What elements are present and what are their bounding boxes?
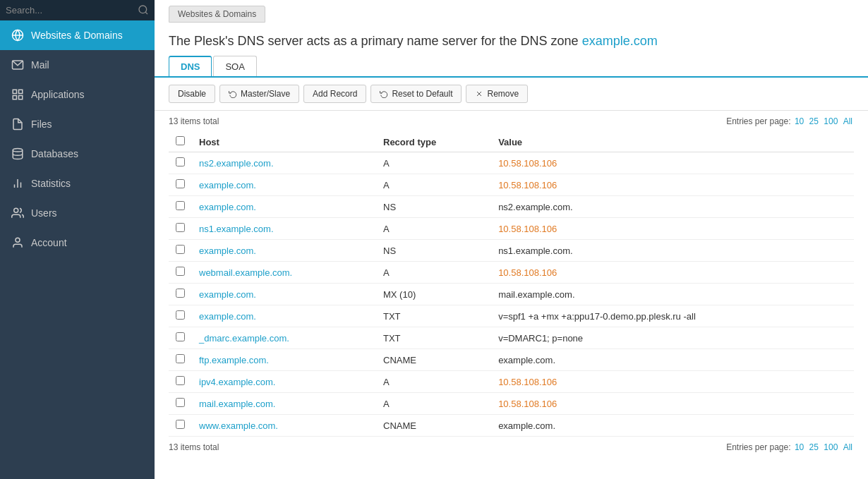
row-checkbox-11[interactable] <box>176 398 185 407</box>
entries-all[interactable]: All <box>843 116 852 126</box>
table-row: mail.example.com.A10.58.108.106 <box>169 393 854 415</box>
host-link[interactable]: ns2.example.com. <box>199 158 274 169</box>
sidebar-item-label: Files <box>31 119 52 130</box>
host-link[interactable]: webmail.example.com. <box>199 267 292 278</box>
table-row: www.example.com.CNAMEexample.com. <box>169 415 854 437</box>
entries-25[interactable]: 25 <box>809 116 819 126</box>
row-checkbox-8[interactable] <box>176 332 185 341</box>
record-type: A <box>376 262 491 284</box>
host-link[interactable]: example.com. <box>199 311 256 322</box>
table-row: ns1.example.com.A10.58.108.106 <box>169 218 854 240</box>
add-record-button[interactable]: Add Record <box>303 85 366 103</box>
host-link[interactable]: ns1.example.com. <box>199 224 274 234</box>
entries-25-bottom[interactable]: 25 <box>809 442 819 452</box>
sidebar-item-databases[interactable]: Databases <box>0 139 155 169</box>
sidebar-item-statistics[interactable]: Statistics <box>0 169 155 198</box>
record-value: 10.58.108.106 <box>491 371 854 393</box>
reset-to-default-button[interactable]: Reset to Default <box>370 85 462 103</box>
host-link[interactable]: ftp.example.com. <box>199 355 269 365</box>
reset-icon <box>380 90 388 98</box>
entries-100[interactable]: 100 <box>824 116 838 126</box>
table-row: ns2.example.com.A10.58.108.106 <box>169 152 854 174</box>
domain-link[interactable]: example.com <box>582 34 658 48</box>
row-checkbox-12[interactable] <box>176 420 185 429</box>
items-total-top: 13 items total <box>169 116 219 126</box>
tab-dns[interactable]: DNS <box>169 56 212 76</box>
search-input[interactable] <box>6 5 138 16</box>
sidebar-item-users[interactable]: Users <box>0 198 155 228</box>
table-header-checkbox <box>169 132 192 152</box>
record-type: A <box>376 174 491 196</box>
sidebar-item-mail[interactable]: Mail <box>0 50 155 80</box>
record-type: NS <box>376 196 491 218</box>
svg-point-0 <box>139 6 147 13</box>
table-header-host: Host <box>192 132 376 152</box>
record-value: 10.58.108.106 <box>491 152 854 174</box>
sidebar-item-account[interactable]: Account <box>0 228 155 257</box>
host-link[interactable]: example.com. <box>199 245 256 256</box>
tabs-bar: DNS SOA <box>155 56 868 78</box>
master-slave-button[interactable]: Master/Slave <box>219 85 299 103</box>
search-icon <box>138 4 149 16</box>
row-checkbox-7[interactable] <box>176 310 185 320</box>
table-header-value: Value <box>491 132 854 152</box>
table-row: example.com.A10.58.108.106 <box>169 174 854 196</box>
sidebar-item-label: Applications <box>31 89 85 100</box>
record-type: TXT <box>376 327 491 349</box>
entries-100-bottom[interactable]: 100 <box>824 442 838 452</box>
row-checkbox-9[interactable] <box>176 354 185 363</box>
record-value: ns1.example.com. <box>491 240 854 262</box>
select-all-checkbox[interactable] <box>176 136 185 145</box>
entries-10[interactable]: 10 <box>795 116 804 126</box>
host-link[interactable]: _dmarc.example.com. <box>199 333 289 344</box>
row-checkbox-10[interactable] <box>176 376 185 385</box>
record-value: 10.58.108.106 <box>491 174 854 196</box>
page-header: The Plesk's DNS server acts as a primary… <box>155 23 868 56</box>
host-link[interactable]: example.com. <box>199 202 256 212</box>
host-link[interactable]: www.example.com. <box>199 420 278 431</box>
entries-per-page-bottom: Entries per page: 10 25 100 All <box>726 442 854 452</box>
row-checkbox-4[interactable] <box>176 245 185 254</box>
actions-bar: Disable Master/Slave Add Record Reset to… <box>155 78 868 111</box>
record-type: A <box>376 152 491 174</box>
record-value: mail.example.com. <box>491 284 854 305</box>
x-icon <box>475 90 483 98</box>
row-checkbox-0[interactable] <box>176 157 185 166</box>
main-content: Websites & Domains The Plesk's DNS serve… <box>155 0 868 479</box>
svg-point-14 <box>16 238 20 242</box>
row-checkbox-2[interactable] <box>176 201 185 210</box>
host-link[interactable]: ipv4.example.com. <box>199 377 275 387</box>
record-value: 10.58.108.106 <box>491 393 854 415</box>
users-icon <box>11 207 24 219</box>
svg-rect-5 <box>13 90 16 93</box>
sidebar-item-label: Statistics <box>31 178 71 189</box>
table-row: ipv4.example.com.A10.58.108.106 <box>169 371 854 393</box>
row-checkbox-1[interactable] <box>176 179 185 188</box>
entries-all-bottom[interactable]: All <box>843 442 852 452</box>
record-value: 10.58.108.106 <box>491 262 854 284</box>
sidebar-item-files[interactable]: Files <box>0 109 155 139</box>
svg-line-1 <box>145 12 147 14</box>
host-link[interactable]: mail.example.com. <box>199 399 275 409</box>
row-checkbox-5[interactable] <box>176 267 185 276</box>
table-row: example.com.MX (10)mail.example.com. <box>169 284 854 305</box>
sidebar-item-websites-domains[interactable]: Websites & Domains <box>0 20 155 50</box>
dns-table-wrapper: Host Record type Value ns2.example.com.A… <box>155 132 868 437</box>
entries-10-bottom[interactable]: 10 <box>795 442 804 452</box>
record-type: TXT <box>376 305 491 327</box>
stats-icon <box>11 177 24 190</box>
record-type: A <box>376 371 491 393</box>
sidebar: Websites & Domains Mail Applications Fil… <box>0 0 155 479</box>
record-type: A <box>376 218 491 240</box>
disable-button[interactable]: Disable <box>169 85 215 103</box>
remove-button[interactable]: Remove <box>466 85 528 103</box>
tab-soa[interactable]: SOA <box>213 56 256 76</box>
host-link[interactable]: example.com. <box>199 180 256 190</box>
record-type: MX (10) <box>376 284 491 305</box>
table-row: example.com.NSns1.example.com. <box>169 240 854 262</box>
host-link[interactable]: example.com. <box>199 289 256 300</box>
row-checkbox-6[interactable] <box>176 289 185 298</box>
sidebar-item-applications[interactable]: Applications <box>0 80 155 109</box>
svg-rect-8 <box>19 96 23 99</box>
row-checkbox-3[interactable] <box>176 223 185 232</box>
